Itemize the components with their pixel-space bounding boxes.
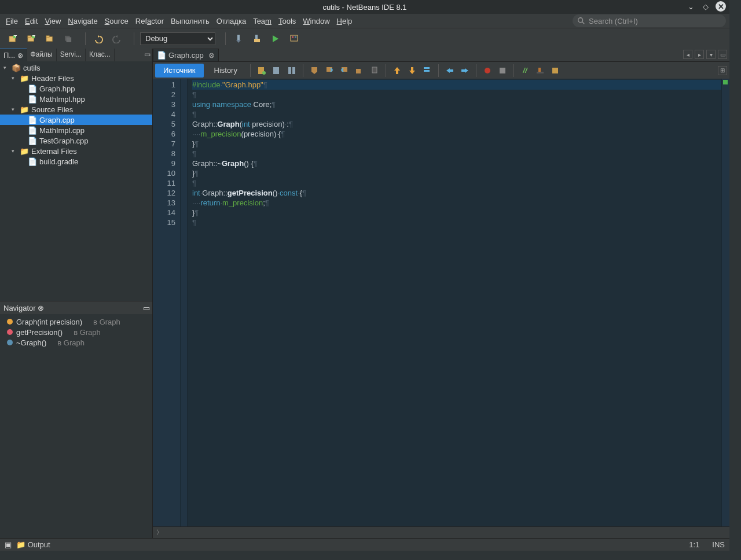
tree-file[interactable]: 📄MathImpl.cpp — [0, 125, 152, 135]
tree-file[interactable]: 📄TestGraph.cpp — [0, 135, 152, 146]
tab-scroll-left-icon[interactable]: ◂ — [683, 50, 692, 59]
toggle-comment-icon[interactable]: // — [519, 64, 531, 77]
close-tab-icon[interactable]: ⊗ — [208, 51, 215, 60]
svg-rect-16 — [255, 35, 258, 39]
tree-file[interactable]: 📄Graph.hpp — [0, 83, 152, 94]
svg-marker-40 — [461, 68, 468, 73]
menu-window[interactable]: Window — [299, 16, 333, 27]
menu-source[interactable]: Source — [101, 16, 132, 27]
menu-edit[interactable]: Edit — [21, 16, 41, 27]
clean-build-button[interactable] — [250, 32, 264, 46]
diff-icon[interactable] — [285, 64, 298, 77]
nav-item[interactable]: ~Graph() в Graph — [3, 337, 149, 348]
svg-rect-19 — [291, 35, 298, 41]
redo-button[interactable] — [110, 32, 124, 46]
menu-team[interactable]: Team — [250, 16, 275, 27]
build-button[interactable] — [232, 32, 245, 46]
find-selection-icon[interactable] — [421, 64, 434, 77]
overview-ruler[interactable] — [721, 79, 729, 526]
shift-down-icon[interactable] — [406, 64, 419, 77]
app-root: cutils - NetBeans IDE 8.1 ⌄ ◇ ✕ File Edi… — [0, 0, 729, 551]
menu-run[interactable]: Выполнить — [167, 16, 213, 27]
nav-back-icon[interactable] — [443, 64, 456, 77]
svg-rect-10 — [46, 35, 49, 37]
code-content[interactable]: #include·"Graph.hpp"¶ ¶ using·namespace·… — [188, 79, 721, 526]
svg-marker-39 — [446, 68, 453, 73]
menu-tools[interactable]: Tools — [275, 16, 299, 27]
nav-item[interactable]: getPrecision() в Graph — [3, 327, 149, 337]
shift-up-icon[interactable] — [391, 64, 403, 77]
toggle-bookmark-icon[interactable] — [338, 64, 351, 77]
cpp-file-icon: 📄 — [157, 51, 166, 60]
tab-list-icon[interactable]: ▾ — [706, 50, 716, 59]
tab-files[interactable]: Файлы — [27, 49, 57, 61]
menu-help[interactable]: Help — [333, 16, 356, 27]
tree-folder-external[interactable]: ▾📁External Files — [0, 146, 152, 156]
tree-folder-sources[interactable]: ▾📁Source Files — [0, 104, 152, 115]
minimize-left-icon[interactable]: ▭ — [141, 49, 152, 61]
menu-file[interactable]: File — [2, 16, 21, 27]
toggle-highlight-icon[interactable] — [534, 64, 546, 77]
nav-forward-icon[interactable] — [458, 64, 471, 77]
tree-folder-headers[interactable]: ▾📁Header Files — [0, 73, 152, 83]
next-bookmark-icon[interactable] — [323, 64, 336, 77]
settings-icon[interactable] — [549, 64, 562, 77]
svg-line-1 — [582, 22, 585, 24]
nav-item[interactable]: Graph(int precision) в Graph — [3, 316, 149, 327]
prev-edit-icon[interactable] — [353, 64, 366, 77]
tree-file-selected[interactable]: 📄Graph.cpp — [0, 115, 152, 125]
save-all-button[interactable] — [61, 32, 75, 46]
search-box[interactable]: Search (Ctrl+I) — [573, 14, 726, 27]
menu-debug[interactable]: Отладка — [213, 16, 250, 27]
project-tree[interactable]: ▾📦cutils ▾📁Header Files 📄Graph.hpp 📄Math… — [0, 61, 152, 301]
navigator-header[interactable]: Navigator ⊗ ▭ — [0, 301, 152, 314]
svg-marker-18 — [273, 35, 278, 42]
new-file-button[interactable]: + — [6, 32, 20, 46]
next-edit-icon[interactable] — [368, 64, 381, 77]
svg-rect-34 — [396, 71, 398, 74]
tree-file[interactable]: 📄MathImpl.hpp — [0, 94, 152, 104]
macro-stop-icon[interactable] — [496, 64, 509, 77]
new-project-button[interactable]: + — [24, 32, 38, 46]
svg-rect-31 — [356, 69, 361, 73]
minimize-nav-icon[interactable]: ▭ — [143, 304, 150, 312]
tree-project[interactable]: ▾📦cutils — [0, 62, 152, 73]
tree-file[interactable]: 📄build.gradle — [0, 156, 152, 167]
svg-rect-32 — [372, 67, 377, 73]
config-select[interactable]: Debug — [140, 32, 215, 45]
menu-view[interactable]: View — [41, 16, 64, 27]
refresh-icon[interactable] — [270, 64, 283, 77]
status-insert-mode[interactable]: INS — [712, 540, 725, 549]
minimize-icon[interactable]: ⌄ — [685, 1, 696, 12]
svg-point-0 — [578, 18, 583, 23]
open-button[interactable] — [43, 32, 57, 46]
macro-record-icon[interactable] — [481, 64, 494, 77]
tab-projects[interactable]: П... ⊗ — [0, 49, 27, 61]
close-icon[interactable]: ✕ — [716, 1, 726, 12]
run-button[interactable] — [269, 32, 283, 46]
maximize-editor-icon[interactable]: ▭ — [718, 50, 727, 59]
svg-rect-6 — [28, 35, 31, 37]
breadcrumb[interactable]: 〉 — [153, 526, 729, 538]
subtab-source[interactable]: Источник — [155, 64, 204, 78]
split-editor-icon[interactable]: ⊞ — [718, 66, 727, 75]
maximize-icon[interactable]: ◇ — [700, 1, 711, 12]
menu-navigate[interactable]: Navigate — [64, 16, 101, 27]
status-notifications-icon[interactable]: ▣ — [5, 540, 12, 549]
subtab-history[interactable]: History — [206, 64, 245, 78]
menu-refactor[interactable]: Refactor — [132, 16, 167, 27]
fold-gutter[interactable] — [181, 79, 188, 526]
last-edit-icon[interactable] — [255, 64, 268, 77]
status-output-button[interactable]: 📁 Output — [16, 540, 50, 549]
tab-classes[interactable]: Клас... — [86, 49, 115, 61]
svg-point-41 — [485, 68, 490, 73]
undo-button[interactable] — [91, 32, 105, 46]
editor-tab[interactable]: 📄 Graph.cpp ⊗ — [153, 49, 219, 61]
code-editor[interactable]: 123456789101112131415 #include·"Graph.hp… — [153, 79, 729, 526]
tab-scroll-right-icon[interactable]: ▸ — [695, 50, 704, 59]
debug-button[interactable] — [287, 32, 301, 46]
search-icon — [577, 17, 585, 25]
tab-services[interactable]: Servi... — [57, 49, 86, 61]
prev-bookmark-icon[interactable] — [308, 64, 321, 77]
window-title: cutils - NetBeans IDE 8.1 — [322, 3, 406, 12]
